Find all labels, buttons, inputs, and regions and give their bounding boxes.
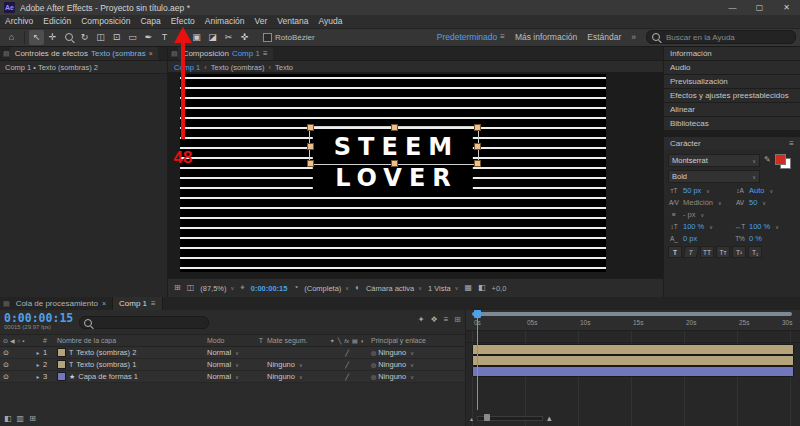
column-t[interactable]: T [255,337,267,344]
menu-animacion[interactable]: Animación [200,15,250,28]
panel-informacion[interactable]: Información [664,47,800,60]
motion-blur-icon[interactable]: ≡ [444,316,449,324]
menu-efecto[interactable]: Efecto 48 [166,15,200,28]
camera-tool-icon[interactable]: ◫ [93,30,108,45]
breadcrumb-comp[interactable]: Comp 1 [174,63,200,72]
magnification-dropdown[interactable]: (87,5%)∨ [200,284,234,293]
pickwhip-icon[interactable]: ◎ [371,374,376,380]
character-panel-header[interactable]: Carácter ≡ [664,137,800,150]
selection-handle[interactable] [474,143,481,150]
layer-bar-3[interactable] [472,366,794,377]
close-icon[interactable]: × [149,50,153,57]
label-color-chip[interactable] [57,348,66,357]
playhead-handle[interactable] [474,310,481,318]
composition-canvas[interactable]: STEEM LOVER [180,74,606,272]
help-search-input[interactable] [664,32,790,43]
layer-name[interactable]: Texto (sombras) 2 [76,348,136,357]
visibility-eye-icon[interactable]: ⊙ [3,349,9,357]
vertical-scale-field[interactable]: ↕T 100 %∨ [668,222,730,231]
panel-bibliotecas[interactable]: Bibliotecas [664,117,800,130]
close-icon[interactable]: × [102,300,106,307]
panel-menu-icon[interactable]: ≡ [789,140,794,148]
baseline-shift-field[interactable]: A_ 0 px [668,234,730,243]
label-color-chip[interactable] [57,372,66,381]
composition-viewport[interactable]: STEEM LOVER [168,72,663,279]
panel-efectos-ajustes[interactable]: Efectos y ajustes preestablecidos [664,89,800,102]
faux-italic-button[interactable]: T [683,246,700,258]
rotobezier-toggle[interactable]: RotoBézier [263,33,315,42]
layer-bar-2[interactable] [472,355,794,366]
twirl-icon[interactable]: ▸ [36,374,39,380]
selection-handle[interactable] [474,124,481,131]
timeline-track-pane[interactable]: 0s 05s 10s 15s 20s 25s 30s ▴ ▴ [466,310,800,426]
menu-ventana[interactable]: Ventana [272,15,313,28]
twirl-icon[interactable]: ▸ [36,350,39,356]
panel-menu-icon[interactable]: ≡ [151,300,156,308]
parent-link-dropdown[interactable]: ◎ Ninguno∨ [371,372,465,381]
breadcrumb-mid[interactable]: Texto (sombras) [211,63,265,72]
layer-name[interactable]: Texto (sombras) 1 [76,360,136,369]
clone-stamp-tool-icon[interactable]: ▣ [189,30,204,45]
viewport-timecode[interactable]: 0:00:00:15 [251,284,288,293]
puppet-pin-tool-icon[interactable]: ✜ [237,30,252,45]
close-button[interactable]: ✕ [773,0,800,15]
comp-timeline-tab[interactable]: Comp 1 ≡ [113,297,163,310]
fast-previews-icon[interactable]: ◧ [478,284,486,292]
column-layer-name[interactable]: Nombre de la capa [57,337,207,344]
selection-handle[interactable] [307,160,314,167]
selection-tool-icon[interactable]: ↖ [29,30,44,45]
zoom-tool-icon[interactable] [61,30,76,45]
small-caps-button[interactable]: Tᴛ [716,246,730,258]
blend-mode-dropdown[interactable]: Normal∨ [207,360,255,369]
workspace-estandar[interactable]: Estándar [587,32,621,42]
tracking-dropdown[interactable]: AV 50∨ [734,198,796,207]
maximize-button[interactable]: ▢ [746,0,773,15]
panel-alinear[interactable]: Alinear [664,103,800,116]
draft-3d-icon[interactable]: ❖ [430,316,437,324]
orbit-camera-tool-icon[interactable]: ↻ [77,30,92,45]
active-camera-dropdown[interactable]: Cámara activa∨ [366,284,422,293]
timeline-search-box[interactable] [79,316,209,329]
column-number[interactable]: # [43,337,57,344]
zoom-out-mountain-icon[interactable]: ▴ [470,416,473,422]
leading-dropdown[interactable]: ↕A Auto∨ [734,186,796,195]
playhead-line[interactable] [477,310,478,410]
selection-handle[interactable] [474,160,481,167]
trkmat-dropdown[interactable]: Ninguno∨ [267,372,323,381]
minimize-button[interactable]: ― [719,0,746,15]
all-caps-button[interactable]: TT [700,246,714,258]
zoom-slider-handle[interactable] [484,414,490,421]
effect-controls-tab[interactable]: Controles de efectos Texto (sombras × [10,47,158,60]
layer-selection-box[interactable] [309,126,479,165]
channels-icon[interactable]: ◐ [355,284,360,292]
render-queue-tab[interactable]: Cola de procesamiento × [10,297,113,310]
pickwhip-icon[interactable]: ◎ [371,350,376,356]
graph-editor-icon[interactable]: ⊞ [454,316,461,324]
resolution-dropdown[interactable]: (Completa)∨ [304,284,349,293]
panel-previsualizacion[interactable]: Previsualización [664,75,800,88]
menu-composicion[interactable]: Composición [76,15,135,28]
superscript-button[interactable]: T¹ [732,246,746,258]
menu-ayuda[interactable]: Ayuda [313,15,347,28]
selection-handle[interactable] [307,143,314,150]
workspace-predeterminado[interactable]: Predeterminado ≡ [437,32,505,42]
menu-archivo[interactable]: Archivo [0,15,38,28]
trkmat-dropdown[interactable]: Ninguno∨ [267,360,323,369]
text-color-swatch[interactable] [775,154,791,169]
kerning-dropdown[interactable]: A⁄V Medición∨ [668,198,730,207]
type-tool-icon[interactable]: T [157,30,172,45]
panel-menu-icon[interactable]: ≡ [263,50,268,58]
eyedropper-icon[interactable]: ✎ [764,156,771,183]
home-icon[interactable]: ⌂ [4,30,19,45]
timeline-timecode[interactable]: 0:00:00:15 [4,312,73,324]
layer-name[interactable]: Capa de formas 1 [78,372,138,381]
pan-behind-tool-icon[interactable]: ⊡ [109,30,124,45]
visibility-eye-icon[interactable]: ⊙ [3,361,9,369]
visibility-eye-icon[interactable]: ⊙ [3,373,9,381]
rotobezier-checkbox[interactable] [263,33,272,42]
blend-mode-dropdown[interactable]: Normal∨ [207,348,255,357]
column-mode[interactable]: Modo [207,337,255,344]
parent-link-dropdown[interactable]: ◎ Ninguno∨ [371,360,465,369]
panel-audio[interactable]: Audio [664,61,800,74]
expand-layer-switches-icon[interactable]: ◧ [4,415,12,423]
